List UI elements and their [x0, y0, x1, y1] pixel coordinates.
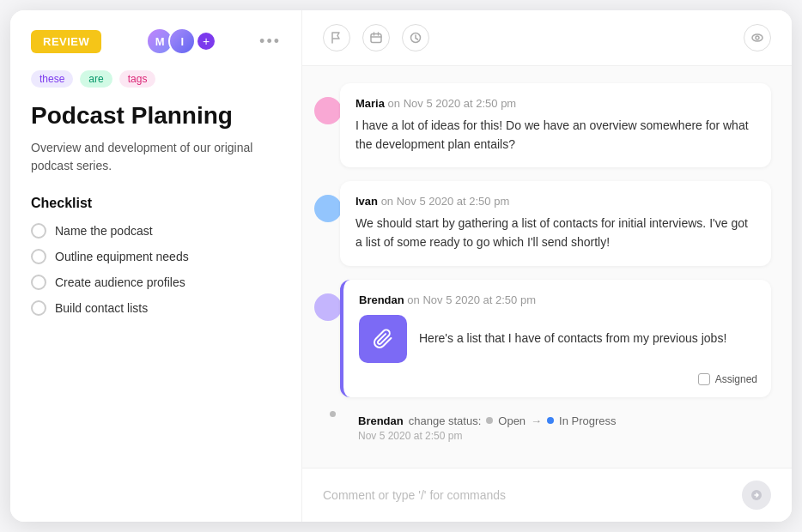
avatar-dot-brendan	[314, 293, 342, 321]
right-header	[302, 10, 792, 66]
checklist-item-4[interactable]: Build contact lists	[31, 300, 281, 316]
comment-header-brendan: Brendan on Nov 5 2020 at 2:50 pm	[359, 293, 756, 306]
status-change-detail: Brendan change status: Open → In Progres…	[358, 414, 617, 427]
page-description: Overview and development of our original…	[31, 139, 281, 175]
comment-text-maria: I have a lot of ideas for this! Do we ha…	[355, 117, 756, 154]
more-options-button[interactable]: •••	[259, 33, 281, 51]
top-bar: REVIEW M I + •••	[31, 27, 281, 55]
status-action: change status:	[409, 414, 482, 427]
checklist-item-2[interactable]: Outline equipment needs	[31, 249, 281, 264]
comment-meta-brendan: on Nov 5 2020 at 2:50 pm	[407, 293, 536, 306]
status-change-row: Brendan change status: Open → In Progres…	[323, 411, 771, 445]
checklist-item-1[interactable]: Name the podcast	[31, 223, 281, 239]
comments-area: Maria on Nov 5 2020 at 2:50 pm I have a …	[302, 66, 792, 468]
status-change: Brendan change status: Open → In Progres…	[344, 411, 617, 445]
comment-author-maria: Maria	[355, 97, 385, 110]
comment-card-brendan: Brendan on Nov 5 2020 at 2:50 pm Here's …	[340, 280, 771, 397]
comment-header-ivan: Ivan on Nov 5 2020 at 2:50 pm	[355, 195, 756, 208]
comment-placeholder: Comment or type '/' for commands	[323, 488, 506, 502]
comment-input-area[interactable]: Comment or type '/' for commands	[302, 468, 792, 522]
attachment-icon[interactable]	[359, 315, 407, 363]
svg-point-2	[752, 34, 763, 41]
calendar-icon-button[interactable]	[362, 24, 390, 51]
checklist-label-2: Outline equipment needs	[55, 250, 189, 263]
checklist-label-1: Name the podcast	[55, 224, 153, 238]
bullet-dot	[330, 411, 336, 417]
comment-author-brendan: Brendan	[359, 293, 404, 306]
comment-text-ivan: We should start by gathering a list of c…	[355, 215, 756, 251]
status-author: Brendan	[358, 414, 404, 427]
assigned-checkbox[interactable]	[698, 373, 710, 385]
status-time: Nov 5 2020 at 2:50 pm	[358, 430, 617, 442]
add-avatar-button[interactable]: +	[197, 33, 215, 50]
comment-meta-maria: on Nov 5 2020 at 2:50 pm	[388, 97, 517, 110]
status-dot-to	[547, 417, 554, 424]
checklist-item-3[interactable]: Create audience profiles	[31, 275, 281, 290]
send-button[interactable]	[742, 481, 771, 510]
status-dot-from	[486, 417, 493, 424]
status-arrow: →	[531, 414, 542, 427]
comment-wrapper-ivan: Ivan on Nov 5 2020 at 2:50 pm We should …	[323, 181, 771, 265]
eye-icon-button[interactable]	[744, 24, 771, 51]
status-from: Open	[498, 414, 526, 427]
checklist-radio-1[interactable]	[31, 223, 46, 239]
assigned-label: Assigned	[715, 373, 757, 385]
tag-tags[interactable]: tags	[119, 70, 156, 88]
avatar-2: I	[168, 27, 196, 55]
checklist-radio-4[interactable]	[31, 300, 46, 316]
comment-author-ivan: Ivan	[355, 195, 378, 208]
checklist-label-4: Build contact lists	[55, 301, 148, 315]
comment-wrapper-brendan: Brendan on Nov 5 2020 at 2:50 pm Here's …	[323, 280, 771, 397]
avatar-dot-maria	[314, 97, 342, 124]
right-panel: Maria on Nov 5 2020 at 2:50 pm I have a …	[302, 10, 792, 522]
comment-header-maria: Maria on Nov 5 2020 at 2:50 pm	[355, 97, 756, 110]
page-title: Podcast Planning	[31, 101, 281, 130]
svg-point-3	[756, 36, 759, 39]
checklist-title: Checklist	[31, 196, 281, 211]
comment-wrapper-maria: Maria on Nov 5 2020 at 2:50 pm I have a …	[323, 83, 771, 167]
header-icons-left	[323, 24, 429, 51]
clock-icon-button[interactable]	[402, 24, 429, 51]
attachment-box: Here's a list that I have of contacts fr…	[359, 315, 756, 363]
tag-these[interactable]: these	[31, 70, 73, 88]
status-to: In Progress	[559, 414, 616, 427]
checklist-radio-3[interactable]	[31, 275, 46, 290]
checklist-label-3: Create audience profiles	[55, 275, 185, 289]
tag-are[interactable]: are	[80, 70, 112, 88]
avatar-group: M I +	[146, 27, 215, 55]
svg-rect-0	[371, 34, 381, 43]
assigned-badge[interactable]: Assigned	[698, 373, 757, 385]
review-button[interactable]: REVIEW	[31, 30, 101, 53]
checklist-radio-2[interactable]	[31, 249, 46, 264]
left-panel: REVIEW M I + ••• these are tags Podcast …	[10, 10, 302, 522]
tags-row: these are tags	[31, 70, 281, 88]
comment-meta-ivan: on Nov 5 2020 at 2:50 pm	[381, 195, 510, 208]
avatar-dot-ivan	[314, 195, 342, 222]
flag-icon-button[interactable]	[323, 24, 350, 51]
comment-card-ivan: Ivan on Nov 5 2020 at 2:50 pm We should …	[340, 181, 771, 265]
comment-text-brendan: Here's a list that I have of contacts fr…	[419, 329, 726, 348]
comment-card-maria: Maria on Nov 5 2020 at 2:50 pm I have a …	[340, 83, 771, 167]
